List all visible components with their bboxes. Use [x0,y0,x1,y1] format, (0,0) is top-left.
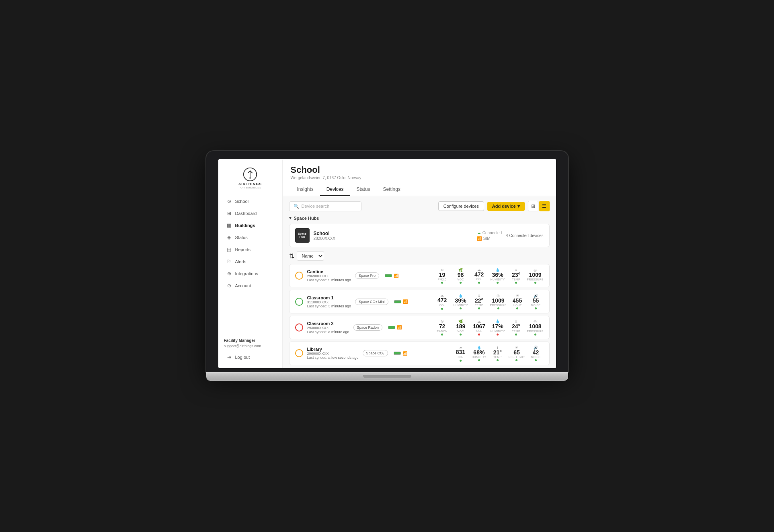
sidebar-item-label-school: School [235,199,249,204]
co2-label-c1: CO₂ [439,304,445,307]
search-placeholder: Device search [302,204,330,209]
metric-noise-c1: 🔊 55 NOISE [528,294,544,309]
tab-insights[interactable]: Insights [291,183,320,196]
device-badge-classroom1: Space CO₂ Mini [355,299,388,305]
metric-noise-lib: 🔊 42 NOISE [528,346,544,361]
sidebar-item-dashboard[interactable]: ⊞ Dashboard [221,208,280,219]
metric-temp-lib: 🌡 21° TEMP [490,346,505,361]
space-hubs-header: ▾ Space Hubs [289,215,550,221]
device-id-cantine: 296900XXXX [307,274,351,278]
metric-pressure-c1: ◎ 1009 PRESSURE [490,294,507,309]
sort-select[interactable]: Name [297,251,324,261]
device-sync-cantine: Last synced: 5 minutes ago [307,278,351,282]
light-value-c1: 455 [513,298,522,304]
pressure-icon: ◎ [534,268,537,272]
pressure-dot-c2 [534,334,536,336]
pm25-label: PM2.5 [438,278,447,281]
battery-bar-classroom1 [394,300,401,303]
signal-bars-classroom1: 📶 [403,299,408,304]
sidebar-item-alerts[interactable]: ⚐ Alerts [221,256,280,267]
hub-status: ☁ Connected 📶 SIM [477,231,502,241]
sidebar-item-label-buildings: Buildings [235,223,255,228]
radon-label-c2: RADON [437,330,448,333]
sidebar-item-label-alerts: Alerts [235,259,246,264]
metric-co2-lib: ☁ 831 CO₂ [453,345,468,361]
sidebar-item-label-dashboard: Dashboard [235,211,257,216]
humidity-dot-c1 [460,307,462,309]
search-box[interactable]: 🔍 Device search [289,201,361,211]
metric-light-lib: ☀ 65 REL. LIGHT [508,346,525,361]
voc-dot [460,282,462,284]
hub-info: School 28200XXXX [314,231,473,241]
logout-button[interactable]: ⇥ Log out [221,352,280,363]
device-card-cantine[interactable]: Cantine 296900XXXX Last synced: 5 minute… [289,264,550,287]
sidebar-item-account[interactable]: ⊙ Account [221,280,280,291]
hub-name: School [314,231,473,236]
list-view-button[interactable]: ☰ [539,201,550,211]
co2-dot-c2 [478,334,480,336]
grid-view-button[interactable]: ⊞ [528,201,538,211]
co2-dot-c1 [441,308,443,310]
device-card-classroom1[interactable]: Classroom 1 311000XXXX Last synced: 3 mi… [289,290,550,313]
humidity-label-c2: HUMIDITY [490,330,505,333]
device-status-circle-classroom2 [295,323,303,331]
toolbar: 🔍 Device search Configure devices Add de… [289,201,550,211]
hub-sim-status: 📶 SIM [477,236,502,241]
logout-icon: ⇥ [226,354,232,360]
light-label-lib: REL. LIGHT [508,356,525,358]
search-icon: 🔍 [294,204,299,209]
co2-dot-lib [460,360,462,362]
pressure-value: 1009 [529,272,541,278]
device-id-library: 296900XXXX [307,352,359,356]
laptop: AIRTHINGS FOR BUSINESS ⊙ School ⊞ Dashbo… [206,151,568,381]
chevron-down-icon: ▾ [289,215,292,221]
device-card-classroom2[interactable]: Classroom 2 293000XXXX Last synced: a mi… [289,316,550,339]
airthings-logo-icon [243,167,257,182]
sidebar-item-status[interactable]: ◈ Status [221,232,280,243]
sidebar-item-integrations[interactable]: ⊕ Integrations [221,268,280,279]
screen: AIRTHINGS FOR BUSINESS ⊙ School ⊞ Dashbo… [218,159,556,368]
noise-value-c1: 55 [533,298,539,304]
sidebar-item-label-integrations: Integrations [235,271,258,276]
tab-settings[interactable]: Settings [377,183,407,196]
sidebar-item-reports[interactable]: ▤ Reports [221,244,280,255]
add-device-button[interactable]: Add device ▾ [487,202,525,211]
battery-bar-cantine [385,274,392,277]
metric-humidity-lib: 💧 68% HUMIDITY [471,346,487,361]
pressure-value-c2: 1008 [529,323,541,329]
device-badge-library: Space CO₂ [363,350,388,356]
metric-temp: 🌡 23° TEMP [509,268,524,284]
device-card-library[interactable]: Library 296900XXXX Last synced: a few se… [289,342,550,365]
laptop-notch [363,375,411,378]
device-status-circle-library [295,349,303,357]
device-sync-classroom2: Last synced: a minute ago [307,330,349,334]
metric-pm25: ❄ 19 PM2.5 [435,268,450,284]
humidity-value-c2: 17% [492,323,503,329]
sidebar-item-school[interactable]: ⊙ School [221,196,280,207]
noise-label-c1: NOISE [531,304,540,307]
co2-value-c2: 1067 [473,323,485,329]
noise-label-lib: NOISE [531,356,540,358]
light-label-c1: LIGHT [513,304,521,307]
metric-voc-c2: 🌿 189 VOC [453,319,468,335]
page-subtitle: Wergelandsveien 7, 0167 Oslo, Norway [291,176,548,180]
tab-status[interactable]: Status [350,183,377,196]
sidebar-item-buildings[interactable]: ▦ Buildings [221,220,280,231]
voc-value: 98 [458,272,464,278]
pm25-dot [441,282,443,284]
tab-devices[interactable]: Devices [320,183,350,196]
metric-co2: ☁ 472 CO₂ [472,268,487,284]
device-info-classroom1: Classroom 1 311000XXXX Last synced: 3 mi… [307,295,351,308]
pressure-label: PRESSURE [527,278,544,281]
voc-icon: 🌿 [458,268,463,272]
sidebar-item-label-account: Account [235,283,251,288]
user-name: Facility Manager [224,338,277,344]
space-hubs-label: Space Hubs [294,216,319,221]
metrics-classroom2: ☢ 72 RADON 🌿 189 VOC [435,319,544,336]
light-value-lib: 65 [513,350,520,356]
buildings-icon: ▦ [226,223,232,228]
hub-card[interactable]: SpaceHub School 28200XXXX ☁ Connected 📶 [289,224,550,247]
signal-bars-cantine: 📶 [394,274,398,278]
voc-value-c2: 189 [456,323,465,329]
configure-devices-button[interactable]: Configure devices [438,201,484,211]
